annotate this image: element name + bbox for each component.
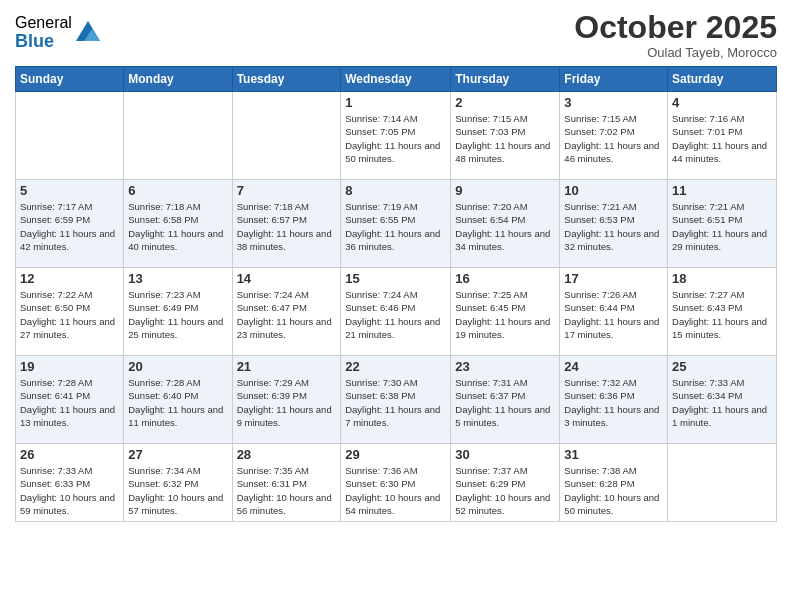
table-row: 17Sunrise: 7:26 AMSunset: 6:44 PMDayligh…	[560, 268, 668, 356]
day-info: Sunrise: 7:18 AMSunset: 6:58 PMDaylight:…	[128, 200, 227, 253]
page: General Blue October 2025 Oulad Tayeb, M…	[0, 0, 792, 612]
day-number: 30	[455, 447, 555, 462]
day-number: 7	[237, 183, 337, 198]
table-row: 9Sunrise: 7:20 AMSunset: 6:54 PMDaylight…	[451, 180, 560, 268]
day-number: 24	[564, 359, 663, 374]
day-number: 3	[564, 95, 663, 110]
day-info: Sunrise: 7:24 AMSunset: 6:47 PMDaylight:…	[237, 288, 337, 341]
table-row: 5Sunrise: 7:17 AMSunset: 6:59 PMDaylight…	[16, 180, 124, 268]
calendar-week-row: 5Sunrise: 7:17 AMSunset: 6:59 PMDaylight…	[16, 180, 777, 268]
day-number: 25	[672, 359, 772, 374]
table-row	[668, 444, 777, 522]
table-row: 25Sunrise: 7:33 AMSunset: 6:34 PMDayligh…	[668, 356, 777, 444]
day-info: Sunrise: 7:30 AMSunset: 6:38 PMDaylight:…	[345, 376, 446, 429]
table-row: 12Sunrise: 7:22 AMSunset: 6:50 PMDayligh…	[16, 268, 124, 356]
day-info: Sunrise: 7:33 AMSunset: 6:34 PMDaylight:…	[672, 376, 772, 429]
day-info: Sunrise: 7:19 AMSunset: 6:55 PMDaylight:…	[345, 200, 446, 253]
day-number: 8	[345, 183, 446, 198]
logo-icon	[74, 19, 102, 47]
day-number: 5	[20, 183, 119, 198]
day-info: Sunrise: 7:16 AMSunset: 7:01 PMDaylight:…	[672, 112, 772, 165]
table-row: 2Sunrise: 7:15 AMSunset: 7:03 PMDaylight…	[451, 92, 560, 180]
day-number: 28	[237, 447, 337, 462]
day-number: 21	[237, 359, 337, 374]
table-row: 11Sunrise: 7:21 AMSunset: 6:51 PMDayligh…	[668, 180, 777, 268]
table-row: 13Sunrise: 7:23 AMSunset: 6:49 PMDayligh…	[124, 268, 232, 356]
table-row: 4Sunrise: 7:16 AMSunset: 7:01 PMDaylight…	[668, 92, 777, 180]
table-row: 24Sunrise: 7:32 AMSunset: 6:36 PMDayligh…	[560, 356, 668, 444]
col-tuesday: Tuesday	[232, 67, 341, 92]
col-wednesday: Wednesday	[341, 67, 451, 92]
logo-blue: Blue	[15, 32, 72, 52]
table-row: 7Sunrise: 7:18 AMSunset: 6:57 PMDaylight…	[232, 180, 341, 268]
table-row	[16, 92, 124, 180]
day-number: 19	[20, 359, 119, 374]
day-number: 31	[564, 447, 663, 462]
day-info: Sunrise: 7:28 AMSunset: 6:40 PMDaylight:…	[128, 376, 227, 429]
day-info: Sunrise: 7:27 AMSunset: 6:43 PMDaylight:…	[672, 288, 772, 341]
day-info: Sunrise: 7:20 AMSunset: 6:54 PMDaylight:…	[455, 200, 555, 253]
day-number: 6	[128, 183, 227, 198]
title-block: October 2025 Oulad Tayeb, Morocco	[574, 10, 777, 60]
table-row: 6Sunrise: 7:18 AMSunset: 6:58 PMDaylight…	[124, 180, 232, 268]
logo-text: General Blue	[15, 14, 72, 51]
day-number: 18	[672, 271, 772, 286]
day-number: 20	[128, 359, 227, 374]
col-monday: Monday	[124, 67, 232, 92]
logo: General Blue	[15, 14, 102, 51]
day-info: Sunrise: 7:35 AMSunset: 6:31 PMDaylight:…	[237, 464, 337, 517]
table-row: 31Sunrise: 7:38 AMSunset: 6:28 PMDayligh…	[560, 444, 668, 522]
day-info: Sunrise: 7:24 AMSunset: 6:46 PMDaylight:…	[345, 288, 446, 341]
table-row: 30Sunrise: 7:37 AMSunset: 6:29 PMDayligh…	[451, 444, 560, 522]
table-row: 15Sunrise: 7:24 AMSunset: 6:46 PMDayligh…	[341, 268, 451, 356]
day-info: Sunrise: 7:15 AMSunset: 7:02 PMDaylight:…	[564, 112, 663, 165]
table-row: 10Sunrise: 7:21 AMSunset: 6:53 PMDayligh…	[560, 180, 668, 268]
day-number: 4	[672, 95, 772, 110]
day-number: 27	[128, 447, 227, 462]
day-number: 17	[564, 271, 663, 286]
calendar-week-row: 1Sunrise: 7:14 AMSunset: 7:05 PMDaylight…	[16, 92, 777, 180]
day-info: Sunrise: 7:18 AMSunset: 6:57 PMDaylight:…	[237, 200, 337, 253]
day-number: 11	[672, 183, 772, 198]
day-info: Sunrise: 7:38 AMSunset: 6:28 PMDaylight:…	[564, 464, 663, 517]
calendar-week-row: 12Sunrise: 7:22 AMSunset: 6:50 PMDayligh…	[16, 268, 777, 356]
subtitle: Oulad Tayeb, Morocco	[574, 45, 777, 60]
month-title: October 2025	[574, 10, 777, 45]
table-row: 20Sunrise: 7:28 AMSunset: 6:40 PMDayligh…	[124, 356, 232, 444]
day-info: Sunrise: 7:31 AMSunset: 6:37 PMDaylight:…	[455, 376, 555, 429]
day-number: 9	[455, 183, 555, 198]
day-info: Sunrise: 7:22 AMSunset: 6:50 PMDaylight:…	[20, 288, 119, 341]
day-number: 29	[345, 447, 446, 462]
day-info: Sunrise: 7:28 AMSunset: 6:41 PMDaylight:…	[20, 376, 119, 429]
table-row: 29Sunrise: 7:36 AMSunset: 6:30 PMDayligh…	[341, 444, 451, 522]
day-info: Sunrise: 7:21 AMSunset: 6:53 PMDaylight:…	[564, 200, 663, 253]
table-row: 14Sunrise: 7:24 AMSunset: 6:47 PMDayligh…	[232, 268, 341, 356]
calendar-header-row: Sunday Monday Tuesday Wednesday Thursday…	[16, 67, 777, 92]
calendar: Sunday Monday Tuesday Wednesday Thursday…	[15, 66, 777, 522]
table-row: 21Sunrise: 7:29 AMSunset: 6:39 PMDayligh…	[232, 356, 341, 444]
table-row: 18Sunrise: 7:27 AMSunset: 6:43 PMDayligh…	[668, 268, 777, 356]
table-row: 19Sunrise: 7:28 AMSunset: 6:41 PMDayligh…	[16, 356, 124, 444]
day-number: 26	[20, 447, 119, 462]
table-row: 26Sunrise: 7:33 AMSunset: 6:33 PMDayligh…	[16, 444, 124, 522]
table-row	[124, 92, 232, 180]
day-number: 10	[564, 183, 663, 198]
day-info: Sunrise: 7:36 AMSunset: 6:30 PMDaylight:…	[345, 464, 446, 517]
day-info: Sunrise: 7:34 AMSunset: 6:32 PMDaylight:…	[128, 464, 227, 517]
day-number: 13	[128, 271, 227, 286]
day-info: Sunrise: 7:33 AMSunset: 6:33 PMDaylight:…	[20, 464, 119, 517]
header: General Blue October 2025 Oulad Tayeb, M…	[15, 10, 777, 60]
day-number: 1	[345, 95, 446, 110]
day-number: 14	[237, 271, 337, 286]
day-number: 15	[345, 271, 446, 286]
day-info: Sunrise: 7:25 AMSunset: 6:45 PMDaylight:…	[455, 288, 555, 341]
table-row: 23Sunrise: 7:31 AMSunset: 6:37 PMDayligh…	[451, 356, 560, 444]
table-row: 28Sunrise: 7:35 AMSunset: 6:31 PMDayligh…	[232, 444, 341, 522]
calendar-week-row: 19Sunrise: 7:28 AMSunset: 6:41 PMDayligh…	[16, 356, 777, 444]
day-info: Sunrise: 7:32 AMSunset: 6:36 PMDaylight:…	[564, 376, 663, 429]
col-thursday: Thursday	[451, 67, 560, 92]
day-number: 16	[455, 271, 555, 286]
day-number: 12	[20, 271, 119, 286]
day-info: Sunrise: 7:21 AMSunset: 6:51 PMDaylight:…	[672, 200, 772, 253]
day-info: Sunrise: 7:14 AMSunset: 7:05 PMDaylight:…	[345, 112, 446, 165]
